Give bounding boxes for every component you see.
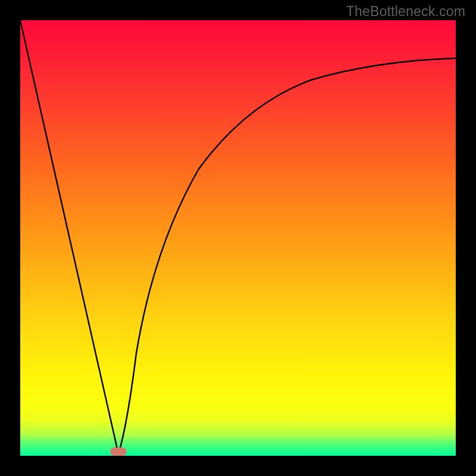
watermark: TheBottleneck.com bbox=[346, 4, 465, 20]
curve-left-branch bbox=[20, 20, 118, 454]
chart-frame: TheBottleneck.com bbox=[0, 0, 476, 476]
plot-area bbox=[20, 20, 456, 456]
valley-marker bbox=[110, 447, 127, 456]
bottleneck-curve bbox=[20, 20, 456, 456]
curve-right-branch bbox=[118, 58, 456, 454]
